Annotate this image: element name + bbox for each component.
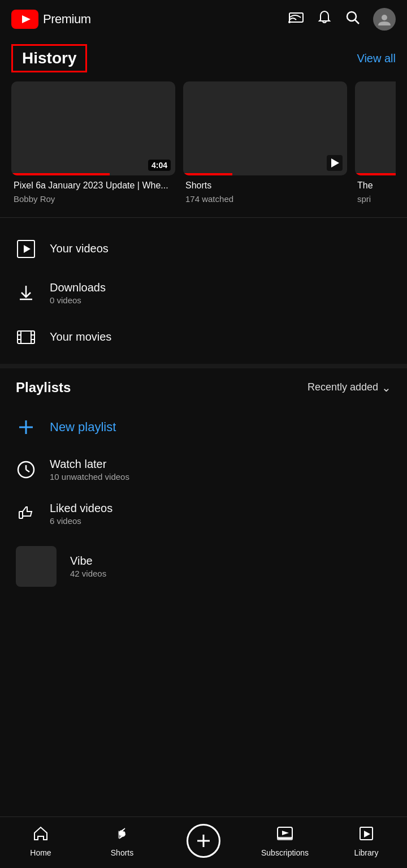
- download-icon: [16, 283, 36, 303]
- brand-name: Premium: [43, 12, 91, 27]
- history-item-2[interactable]: Shorts 174 watched: [183, 81, 347, 204]
- nav-home[interactable]: Home: [12, 825, 69, 857]
- clock-icon: [16, 459, 36, 480]
- thumb-title-3: The: [357, 180, 396, 192]
- library-icon: [358, 825, 375, 846]
- divider-1: [0, 217, 407, 218]
- thumb-channel-3: spri: [357, 194, 396, 204]
- vibe-thumbnail: [16, 546, 57, 587]
- cast-icon[interactable]: [288, 10, 304, 29]
- svg-marker-9: [24, 245, 31, 253]
- shorts-nav-icon: [114, 825, 131, 846]
- svg-line-23: [26, 470, 29, 472]
- svg-rect-12: [18, 331, 34, 343]
- history-section: History View all 4:04 Pixel 6a January 2…: [0, 38, 407, 213]
- liked-videos-item[interactable]: Liked videos 6 videos: [16, 492, 391, 536]
- your-movies-item[interactable]: Your movies: [0, 316, 407, 358]
- progress-bar-1: [11, 173, 110, 175]
- thumbsup-icon: [16, 504, 36, 524]
- play-icon: [16, 239, 36, 259]
- nav-library[interactable]: Library: [338, 825, 395, 857]
- movies-icon: [16, 328, 36, 347]
- partial-progress: [355, 173, 396, 175]
- vibe-item[interactable]: Vibe 42 videos: [16, 536, 391, 597]
- bell-icon[interactable]: [317, 10, 332, 29]
- svg-marker-32: [364, 831, 370, 837]
- downloads-label: Downloads 0 videos: [50, 281, 106, 305]
- thumb-title-1: Pixel 6a January 2023 Update | Whe...: [14, 180, 173, 192]
- shorts-progress: [183, 173, 232, 175]
- your-videos-label: Your videos: [50, 242, 109, 255]
- thumb-info-2: Shorts 174 watched: [183, 175, 347, 204]
- search-icon[interactable]: [345, 10, 361, 29]
- history-header: History View all: [11, 44, 396, 72]
- nav-home-label: Home: [30, 848, 51, 857]
- nav-subscriptions[interactable]: Subscriptions: [257, 825, 313, 857]
- subscriptions-icon: [276, 825, 293, 846]
- new-playlist-item[interactable]: New playlist: [16, 407, 391, 448]
- sort-button[interactable]: Recently added ⌄: [308, 381, 391, 394]
- history-item-1[interactable]: 4:04 Pixel 6a January 2023 Update | Whe.…: [11, 81, 175, 204]
- thumb-image-2: [183, 81, 347, 175]
- create-button[interactable]: [187, 824, 220, 858]
- new-playlist-label: New playlist: [50, 420, 116, 435]
- header: Premium: [0, 0, 407, 38]
- bottom-nav: Home Shorts Subscriptions: [0, 817, 407, 868]
- header-left: Premium: [11, 10, 91, 29]
- thumb-title-2: Shorts: [185, 180, 345, 192]
- your-videos-item[interactable]: Your videos: [0, 228, 407, 270]
- thumb-info-1: Pixel 6a January 2023 Update | Whe... Bo…: [11, 175, 175, 204]
- yt-logo-icon: [11, 10, 38, 29]
- duration-badge-1: 4:04: [148, 160, 171, 171]
- nav-shorts-label: Shorts: [111, 848, 133, 857]
- thumb-channel-1: Bobby Roy: [14, 194, 173, 204]
- nav-shorts[interactable]: Shorts: [94, 825, 150, 857]
- thumb-image-3: [355, 81, 396, 175]
- history-thumbnails: 4:04 Pixel 6a January 2023 Update | Whe.…: [11, 81, 396, 204]
- history-title[interactable]: History: [11, 44, 87, 72]
- thumb-info-3: The spri: [355, 175, 396, 204]
- view-all-button[interactable]: View all: [357, 52, 396, 65]
- history-item-3[interactable]: The spri: [355, 81, 396, 204]
- thumb-sub-2: 174 watched: [185, 194, 345, 204]
- menu-section: Your videos Downloads 0 videos: [0, 222, 407, 364]
- svg-point-6: [382, 15, 387, 20]
- svg-marker-7: [331, 158, 339, 167]
- playlists-section: Playlists Recently added ⌄ New playlist …: [0, 364, 407, 603]
- home-icon: [32, 825, 49, 846]
- add-playlist-icon: [16, 417, 36, 437]
- playlists-header: Playlists Recently added ⌄: [16, 380, 391, 396]
- liked-videos-info: Liked videos 6 videos: [50, 502, 112, 526]
- header-icons: [288, 8, 396, 31]
- your-movies-label: Your movies: [50, 330, 111, 343]
- watch-later-info: Watch later 10 unwatched videos: [50, 458, 129, 482]
- watch-later-item[interactable]: Watch later 10 unwatched videos: [16, 448, 391, 492]
- youtube-logo[interactable]: Premium: [11, 10, 91, 29]
- svg-rect-2: [289, 13, 303, 22]
- svg-point-3: [288, 21, 291, 23]
- svg-marker-30: [282, 831, 289, 835]
- shorts-badge: [327, 155, 343, 171]
- account-avatar[interactable]: [373, 8, 396, 31]
- sort-label: Recently added: [308, 381, 378, 393]
- svg-rect-24: [19, 512, 23, 518]
- vibe-info: Vibe 42 videos: [70, 555, 106, 578]
- nav-subscriptions-label: Subscriptions: [261, 848, 309, 857]
- thumb-image-1: 4:04: [11, 81, 175, 175]
- nav-create[interactable]: [175, 824, 232, 858]
- nav-library-label: Library: [354, 848, 379, 857]
- svg-point-4: [347, 12, 356, 21]
- svg-line-5: [355, 20, 359, 24]
- chevron-down-icon: ⌄: [382, 381, 391, 394]
- playlists-title: Playlists: [16, 380, 71, 396]
- downloads-item[interactable]: Downloads 0 videos: [0, 270, 407, 316]
